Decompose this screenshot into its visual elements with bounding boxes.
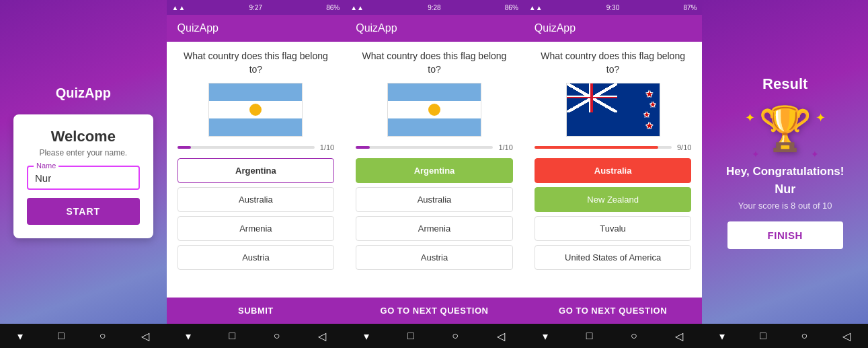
option-australia-2[interactable]: Australia [177, 187, 335, 212]
progress-container-2: 1/10 [177, 143, 335, 151]
progress-text-3: 1/10 [498, 143, 512, 151]
flag-nz-4: ★ ★ ★ ★ [566, 83, 660, 137]
nav-bar-2: ▾ □ ○ ◁ [167, 324, 346, 348]
app-title-3: QuizApp [356, 22, 397, 34]
option-usa-4[interactable]: United States of America [535, 245, 692, 270]
quiz-content-3: What country does this flag belong to? 1… [345, 42, 524, 298]
nav-triangle-icon[interactable]: ◁ [141, 330, 149, 343]
status-bar-2: ▲▲ 9:27 86% [167, 0, 346, 15]
panel-quiz-3: ▲▲ 9:30 87% QuizApp What country does th… [524, 0, 703, 348]
status-signal-3: ▲▲ [350, 4, 364, 11]
sparkle-left: ✦ [745, 110, 755, 125]
panel-welcome: QuizApp Welcome Please enter your name. … [0, 0, 167, 348]
option-austria-3[interactable]: Austria [356, 245, 513, 270]
panel-result: Result ✦ ✦ ✦ ✦ 🏆 Hey, Congratulations! N… [702, 0, 868, 348]
status-battery-4: 87% [683, 4, 697, 11]
nav-bar-3: ▾ □ ○ ◁ [345, 324, 524, 348]
status-time-4: 9:30 [606, 4, 619, 11]
nav-triangle-3[interactable]: ◁ [497, 330, 505, 343]
submit-button-2[interactable]: SUBMIT [167, 298, 346, 324]
status-bar-4: ▲▲ 9:30 87% [524, 0, 703, 15]
flag-container-4: ★ ★ ★ ★ [535, 83, 692, 137]
congrats-text: Hey, Congratulations! [726, 165, 844, 178]
status-signal-4: ▲▲ [529, 4, 543, 11]
user-name-result: Nur [775, 182, 795, 197]
progress-bar-fill-4 [535, 146, 658, 149]
nav-triangle-2[interactable]: ◁ [318, 330, 326, 343]
result-title: Result [762, 75, 807, 93]
option-armenia-3[interactable]: Armenia [356, 216, 513, 241]
option-australia-4[interactable]: Australia [535, 158, 692, 183]
quiz-question-3: What country does this flag belong to? [356, 50, 513, 76]
score-text: Your score is 8 out of 10 [738, 201, 832, 211]
nav-back-2[interactable]: ▾ [186, 330, 191, 343]
welcome-title: Welcome [51, 128, 116, 145]
nav-back-3[interactable]: ▾ [364, 330, 369, 343]
progress-bar-bg-4 [535, 146, 672, 149]
result-content: Result ✦ ✦ ✦ ✦ 🏆 Hey, Congratulations! N… [702, 0, 868, 324]
nav-circle-icon[interactable]: ○ [100, 330, 106, 342]
nav-bar-5: ▾ □ ○ ◁ [702, 324, 868, 348]
app-bar-4: QuizApp [524, 15, 703, 42]
finish-button[interactable]: FINISH [727, 221, 843, 249]
progress-container-3: 1/10 [356, 143, 513, 151]
app-bar-3: QuizApp [345, 15, 524, 42]
next-button-3[interactable]: GO TO NEXT QUESTION [345, 298, 524, 324]
quiz-content-4: What country does this flag belong to? [524, 42, 703, 298]
panel-quiz-2: ▲▲ 9:28 86% QuizApp What country does th… [345, 0, 524, 348]
panel-quiz-1: ▲▲ 9:27 86% QuizApp What country does th… [167, 0, 346, 348]
trophy-icon: 🏆 [758, 104, 812, 154]
status-right-3: 86% [505, 4, 518, 11]
option-armenia-2[interactable]: Armenia [177, 216, 335, 241]
sparkle-right: ✦ [816, 110, 826, 125]
options-list-3: Argentina Australia Armenia Austria [356, 158, 513, 270]
progress-text-4: 9/10 [677, 143, 691, 151]
name-input-wrapper: Name [27, 166, 140, 190]
nav-square-3[interactable]: □ [407, 330, 414, 342]
nav-square-icon[interactable]: □ [58, 330, 65, 342]
app-bar-2: QuizApp [167, 15, 346, 42]
nav-triangle-5[interactable]: ◁ [842, 330, 851, 343]
sun-icon-3 [428, 104, 440, 116]
status-battery-3: 86% [505, 4, 518, 11]
status-time-3: 9:28 [428, 4, 440, 11]
nav-circle-3[interactable]: ○ [452, 330, 459, 342]
next-button-4[interactable]: GO TO NEXT QUESTION [524, 298, 703, 324]
app-title-welcome: QuizApp [56, 85, 111, 101]
welcome-subtitle: Please enter your name. [39, 148, 127, 158]
option-australia-3[interactable]: Australia [356, 187, 513, 212]
option-nz-4[interactable]: New Zealand [535, 187, 692, 212]
nav-circle-2[interactable]: ○ [274, 330, 280, 342]
flag-container-2 [177, 83, 335, 137]
nav-square-5[interactable]: □ [760, 330, 766, 342]
option-austria-2[interactable]: Austria [177, 245, 335, 270]
nav-back-icon[interactable]: ▾ [17, 330, 23, 343]
trophy-wrapper: ✦ ✦ ✦ ✦ 🏆 [758, 104, 812, 160]
name-label: Name [34, 162, 58, 170]
quiz-question-2: What country does this flag belong to? [177, 50, 335, 76]
progress-container-4: 9/10 [535, 143, 692, 151]
nav-back-4[interactable]: ▾ [543, 330, 548, 343]
status-battery-2: 86% [326, 4, 340, 11]
status-right-2: 86% [326, 4, 340, 11]
nav-bar-1: ▾ □ ○ ◁ [0, 324, 167, 348]
option-argentina-3[interactable]: Argentina [356, 158, 513, 183]
options-list-2: Argentina Australia Armenia Austria [177, 158, 335, 270]
nav-back-5[interactable]: ▾ [719, 330, 725, 343]
app-title-4: QuizApp [535, 22, 576, 34]
option-tuvalu-4[interactable]: Tuvalu [535, 216, 692, 241]
welcome-card: Welcome Please enter your name. Name STA… [13, 114, 153, 238]
flag-argentina-2 [208, 83, 303, 137]
name-input[interactable] [35, 172, 132, 184]
nav-triangle-4[interactable]: ◁ [675, 330, 683, 343]
flag-container-3 [356, 83, 513, 137]
nav-square-4[interactable]: □ [586, 330, 593, 342]
nav-circle-4[interactable]: ○ [631, 330, 637, 342]
flag-argentina-3 [387, 83, 481, 137]
nav-square-2[interactable]: □ [229, 330, 235, 342]
nav-circle-5[interactable]: ○ [801, 330, 808, 342]
start-button[interactable]: START [27, 198, 140, 225]
option-argentina-2[interactable]: Argentina [177, 158, 335, 183]
progress-text-2: 1/10 [320, 143, 334, 151]
sun-icon [249, 104, 262, 116]
